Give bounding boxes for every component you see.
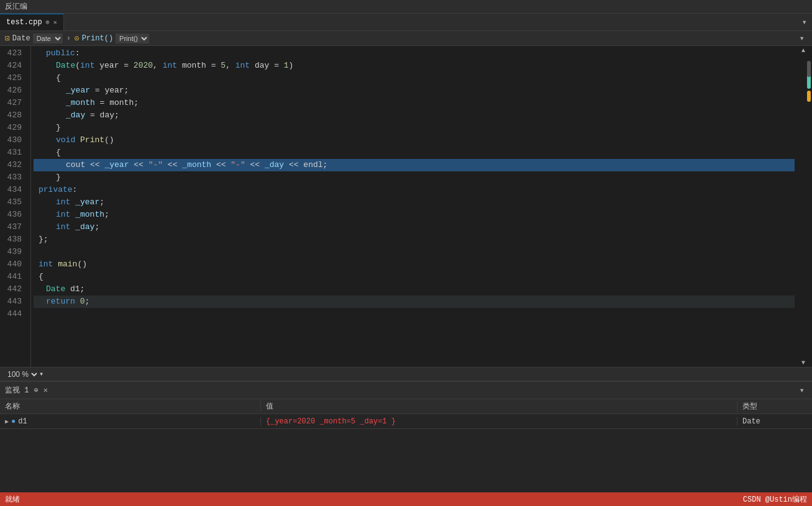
line-num-435: 435 [2, 196, 25, 209]
code-line-444 [34, 308, 812, 320]
line-num-442: 442 [2, 283, 25, 296]
code-line-423: public: [34, 47, 812, 60]
watch-pin-btn[interactable]: ⊕ [34, 386, 38, 395]
line-num-432: 432 [2, 159, 25, 171]
code-line-434: private: [34, 184, 812, 196]
watch-var-name-d1: d1 [18, 417, 27, 426]
tab-label: test.cpp [6, 18, 42, 27]
title-bar: 反汇编 [0, 0, 812, 14]
scroll-up-btn[interactable]: ▲ [795, 46, 812, 55]
code-line-431: { [34, 147, 812, 159]
watch-scroll-btn[interactable]: ▾ [797, 385, 807, 395]
code-area[interactable]: public: Date(int year = 2020, int month … [31, 46, 812, 367]
line-num-436: 436 [2, 209, 25, 221]
scroll-track [795, 55, 812, 358]
code-line-440: int main() [34, 258, 812, 271]
watch-close-btn[interactable]: ✕ [43, 386, 48, 395]
watch-col-name-header: 名称 [0, 401, 261, 412]
code-line-436: int _month; [34, 209, 812, 221]
line-num-438: 438 [2, 233, 25, 246]
watch-cell-value-d1: {_year=2020 _month=5 _day=1 } [261, 417, 737, 426]
line-num-423: 423 [2, 47, 25, 60]
code-line-441: { [34, 271, 812, 283]
class-name: Date [12, 34, 30, 43]
tab-test-cpp[interactable]: test.cpp ⊕ ✕ [0, 14, 64, 30]
zoom-dropdown-arrow: ▾ [39, 369, 43, 379]
line-num-426: 426 [2, 84, 25, 97]
orange-scroll-indicator [807, 91, 811, 102]
code-line-443: ➤ return 0; [34, 296, 812, 308]
title-bar-text: 反汇编 [5, 1, 27, 12]
watch-col-value-header: 值 [261, 401, 737, 412]
code-line-437: int _day; [34, 221, 812, 233]
code-line-428: _day = day; [34, 109, 812, 122]
watch-table: 名称 值 类型 ▶ ● d1 {_year=2020 _month=5 _day… [0, 399, 812, 492]
function-name: Print() [82, 34, 113, 43]
line-num-444: 444 [2, 308, 25, 320]
watch-panel: 监视 1 ⊕ ✕ ▾ 名称 值 类型 ▶ ● d1 {_year=2020 _m… [0, 381, 812, 492]
var-icon-d1: ● [11, 417, 16, 426]
code-line-424: Date(int year = 2020, int month = 5, int… [34, 60, 812, 72]
line-num-439: 439 [2, 246, 25, 258]
code-line-439 [34, 246, 812, 258]
code-line-438: }; [34, 233, 812, 246]
tab-scroll-end: ▾ [800, 14, 812, 30]
code-line-426: _year = year; [34, 84, 812, 97]
zoom-select[interactable]: 100 % 75 % 125 % 150 % [5, 369, 39, 379]
code-line-430: void Print() [34, 134, 812, 147]
location-bar: ⊡ Date Date › ⊙ Print() Print() ▾ [0, 31, 812, 46]
code-line-427: _month = month; [34, 97, 812, 109]
zoom-bar: 100 % 75 % 125 % 150 % ▾ [0, 367, 812, 381]
code-line-432: cout << _year << "-" << _month << "-" <<… [34, 159, 812, 171]
location-right: ▾ [797, 33, 807, 43]
line-num-424: ⊟ 424 [2, 60, 25, 72]
watch-row-d1[interactable]: ▶ ● d1 {_year=2020 _month=5 _day=1 } Dat… [0, 414, 812, 429]
class-dropdown[interactable]: Date [33, 34, 63, 43]
line-num-434: 434 [2, 184, 25, 196]
status-left-text: 就绪 [5, 494, 20, 505]
line-num-428: 428 [2, 109, 25, 122]
line-num-429: 429 [2, 122, 25, 134]
location-separator: › [66, 34, 71, 43]
watch-title: 监视 1 [5, 385, 29, 395]
tab-close-icon[interactable]: ✕ [53, 19, 57, 26]
line-num-443: 443 [2, 296, 25, 308]
watch-scroll-end: ▾ [797, 385, 807, 395]
class-icon: ⊡ [5, 34, 10, 43]
tab-bar: test.cpp ⊕ ✕ ▾ [0, 14, 812, 31]
line-num-441: 441 [2, 271, 25, 283]
line-num-427: 427 [2, 97, 25, 109]
expand-arrow-d1[interactable]: ▶ [5, 418, 9, 425]
line-num-437: 437 [2, 221, 25, 233]
scroll-down-btn[interactable]: ▼ [795, 358, 812, 367]
line-num-433: 433 [2, 171, 25, 184]
line-num-425: 425 [2, 72, 25, 84]
watch-header: 监视 1 ⊕ ✕ ▾ [0, 382, 812, 399]
location-left: ⊡ Date Date › ⊙ Print() Print() [5, 34, 797, 43]
watch-table-header: 名称 值 类型 [0, 399, 812, 414]
line-numbers: 423 ⊟ 424 425 426 427 428 429 ⊟ 430 431 … [0, 46, 31, 367]
line-num-431: 431 [2, 147, 25, 159]
watch-cell-type-d1: Date [737, 417, 812, 426]
line-num-430: ⊟ 430 [2, 134, 25, 147]
code-container: 423 ⊟ 424 425 426 427 428 429 ⊟ 430 431 … [0, 46, 812, 367]
tab-pin-icon[interactable]: ⊕ [46, 19, 50, 26]
scrollbar-thumb[interactable] [807, 61, 811, 77]
scrollbar-area: ▲ ▼ [795, 46, 812, 367]
location-scroll-btn[interactable]: ▾ [797, 33, 807, 43]
code-line-442: Date d1; [34, 283, 812, 296]
function-icon: ⊙ [75, 34, 80, 43]
tab-scroll-right-btn[interactable]: ▾ [800, 17, 810, 27]
status-bar: 就绪 CSDN @Ustin编程 [0, 492, 812, 506]
code-line-433: } [34, 171, 812, 184]
watch-col-type-header: 类型 [737, 401, 812, 412]
status-right-text: CSDN @Ustin编程 [743, 494, 807, 505]
code-line-429: } [34, 122, 812, 134]
line-num-440: ⊟ 440 [2, 258, 25, 271]
code-line-435: int _year; [34, 196, 812, 209]
editor-area: 423 ⊟ 424 425 426 427 428 429 ⊟ 430 431 … [0, 46, 812, 381]
code-line-425: { [34, 72, 812, 84]
watch-cell-name-d1: ▶ ● d1 [0, 417, 261, 426]
function-dropdown[interactable]: Print() [116, 34, 149, 43]
